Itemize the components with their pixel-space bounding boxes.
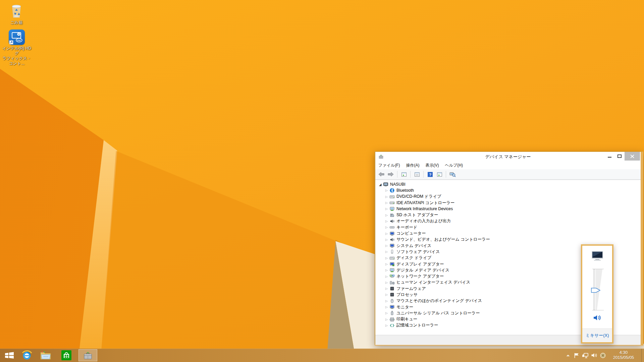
expander-collapsed-icon[interactable]: ▷ <box>385 201 388 204</box>
tree-item-label: コンピューター <box>396 231 426 236</box>
tree-item-keyboard[interactable]: ▷ キーボード <box>375 224 641 230</box>
clock-date: 2015/05/05 <box>609 355 638 360</box>
action-pane-button[interactable] <box>435 170 443 178</box>
tree-item-nasubi[interactable]: ◢ NASUBI <box>375 181 641 187</box>
action-center-flag-icon[interactable] <box>572 349 581 362</box>
menu-file[interactable]: ファイル(F) <box>375 161 403 169</box>
system-tray: 4:30 2015/05/05 <box>564 349 644 362</box>
forward-button[interactable] <box>387 170 395 178</box>
minimize-button[interactable] <box>604 152 614 161</box>
tree-item-label: プロセッサ <box>396 292 418 298</box>
back-button[interactable] <box>377 170 385 178</box>
properties-button[interactable] <box>413 170 421 178</box>
expander-collapsed-icon[interactable]: ▷ <box>385 238 388 241</box>
tree-item-label: ネットワーク アダプター <box>396 274 444 279</box>
tree-item-ide[interactable]: ▷ IDE ATA/ATAPI コントローラー <box>375 200 641 206</box>
expander-collapsed-icon[interactable]: ▷ <box>385 207 388 210</box>
expander-collapsed-icon[interactable]: ▷ <box>385 189 388 192</box>
firmware-icon <box>389 286 395 291</box>
display-device-icon <box>591 250 604 261</box>
help-button[interactable]: ? <box>426 170 434 178</box>
file-explorer-icon <box>40 350 51 360</box>
recycle-bin-icon <box>9 3 23 19</box>
expander-collapsed-icon[interactable]: ▷ <box>385 250 388 253</box>
mixer-link[interactable]: ミキサー(X) <box>585 333 609 339</box>
tree-item-label: SD ホスト アダプター <box>396 212 438 218</box>
show-console-tree-button[interactable] <box>400 170 408 178</box>
intel-graphics-desktop-icon[interactable]: intel インテル(R) HD グ ラフィックス・コント... <box>1 29 32 66</box>
expander-collapsed-icon[interactable]: ▷ <box>385 275 388 278</box>
bluetooth-icon <box>389 188 395 193</box>
device-manager-taskbar-button[interactable] <box>78 349 97 361</box>
safely-remove-hardware-icon[interactable] <box>598 349 607 362</box>
tree-item-label: 印刷キュー <box>396 316 417 322</box>
ide-ata-atapi-controller-icon <box>389 200 395 205</box>
file-explorer-taskbar-button[interactable] <box>38 349 53 362</box>
internet-explorer-taskbar-button[interactable] <box>19 349 34 362</box>
taskbar: 4:30 2015/05/05 <box>0 349 644 362</box>
tree-item-label: Bluetooth <box>396 188 414 193</box>
expander-collapsed-icon[interactable]: ▷ <box>385 299 388 303</box>
tree-item-label: キーボード <box>396 225 417 230</box>
volume-slider-thumb[interactable] <box>591 288 601 293</box>
menu-action[interactable]: 操作(A) <box>403 161 422 169</box>
store-icon <box>61 350 71 360</box>
window-titlebar[interactable]: デバイス マネージャー <box>375 152 641 161</box>
taskbar-clock[interactable]: 4:30 2015/05/05 <box>609 350 638 360</box>
audio-io-icon <box>389 219 395 224</box>
expander-collapsed-icon[interactable]: ▷ <box>385 268 388 272</box>
tree-item-label: ヒューマン インターフェイス デバイス <box>396 280 470 285</box>
human-interface-icon <box>389 280 395 285</box>
digital-media-icon <box>389 267 395 273</box>
menu-help[interactable]: ヘルプ(H) <box>442 161 466 169</box>
tree-item-label: サウンド、ビデオ、およびゲーム コントローラー <box>396 237 490 242</box>
expander-collapsed-icon[interactable]: ▷ <box>385 311 388 315</box>
scan-hardware-changes-button[interactable] <box>448 170 457 178</box>
toolbar-separator <box>423 171 424 178</box>
tree-item-sound-video-game[interactable]: ▷ サウンド、ビデオ、およびゲーム コントローラー <box>375 237 641 243</box>
menu-bar: ファイル(F) 操作(A) 表示(V) ヘルプ(H) <box>375 161 641 169</box>
expander-collapsed-icon[interactable]: ▷ <box>385 226 388 229</box>
menu-view[interactable]: 表示(V) <box>422 161 442 169</box>
expander-collapsed-icon[interactable]: ▷ <box>385 281 388 284</box>
tree-item-bluetooth[interactable]: ▷ Bluetooth <box>375 187 641 193</box>
intel-graphics-icon: intel <box>9 29 25 45</box>
slider-bottom-cap <box>592 310 604 310</box>
sound-video-game-icon <box>389 237 395 242</box>
expander-collapsed-icon[interactable]: ▷ <box>385 287 388 290</box>
tree-item-sd-host[interactable]: ▷ SD ホスト アダプター <box>375 212 641 218</box>
tree-item-computer[interactable]: ▷ コンピューター <box>375 230 641 236</box>
store-taskbar-button[interactable] <box>59 349 74 362</box>
tree-item-label: Network Infrastructure Devices <box>396 206 453 211</box>
expander-collapsed-icon[interactable]: ▷ <box>385 256 388 260</box>
internet-explorer-icon <box>21 350 32 361</box>
show-hidden-icons-button[interactable] <box>564 349 572 362</box>
show-desktop-button[interactable] <box>641 349 644 362</box>
tree-item-label: ディスプレイ アダプター <box>396 261 444 267</box>
expander-expanded-icon[interactable]: ◢ <box>378 183 382 186</box>
tree-item-dvd[interactable]: ▷ DVD/CD-ROM ドライブ <box>375 194 641 200</box>
recycle-bin-desktop-icon[interactable]: ごみ箱 <box>1 3 32 25</box>
expander-collapsed-icon[interactable]: ▷ <box>385 232 388 235</box>
expander-collapsed-icon[interactable]: ▷ <box>385 195 388 198</box>
expander-collapsed-icon[interactable]: ▷ <box>385 220 388 223</box>
network-status-icon[interactable] <box>581 349 590 362</box>
expander-collapsed-icon[interactable]: ▷ <box>385 293 388 296</box>
disk-drive-icon <box>389 255 395 261</box>
maximize-button[interactable] <box>614 152 625 161</box>
expander-collapsed-icon[interactable]: ▷ <box>385 214 388 217</box>
expander-collapsed-icon[interactable]: ▷ <box>385 324 388 327</box>
tree-item-audio-io[interactable]: ▷ オーディオの入力および出力 <box>375 218 641 224</box>
svg-text:intel: intel <box>17 39 21 42</box>
tree-item-network-infrastructure[interactable]: ▷ Network Infrastructure Devices <box>375 206 641 212</box>
tree-item-label: オーディオの入力および出力 <box>396 218 451 224</box>
expander-collapsed-icon[interactable]: ▷ <box>385 262 388 266</box>
expander-collapsed-icon[interactable]: ▷ <box>385 318 388 321</box>
volume-tray-icon[interactable] <box>590 349 598 362</box>
speaker-icon[interactable] <box>593 314 602 321</box>
start-button[interactable] <box>2 349 17 362</box>
expander-collapsed-icon[interactable]: ▷ <box>385 244 388 247</box>
close-button[interactable] <box>625 152 640 161</box>
processor-icon <box>389 292 395 297</box>
expander-collapsed-icon[interactable]: ▷ <box>385 305 388 309</box>
